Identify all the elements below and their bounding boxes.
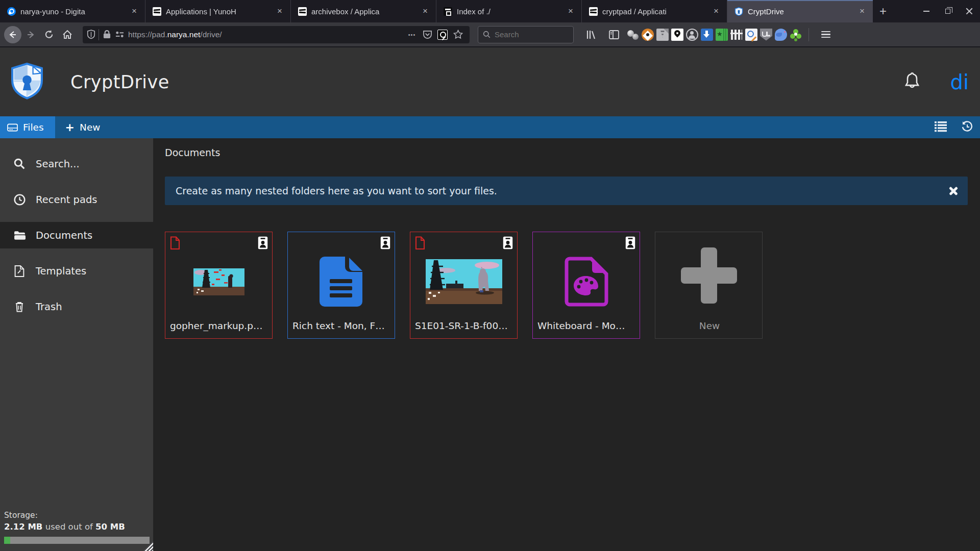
sidebar-item-templates[interactable]: Templates: [0, 258, 153, 284]
tab-cryptpad-app[interactable]: cryptpad / Applicati ×: [582, 0, 727, 22]
tabbar-spacer: [893, 0, 916, 22]
tab-close-icon[interactable]: ×: [565, 6, 576, 17]
sidebar-item-documents[interactable]: Documents: [0, 222, 153, 248]
drive-sidebar: Search... Recent pads Documents Template…: [0, 138, 153, 551]
tab-close-icon[interactable]: ×: [856, 6, 868, 17]
file-tile-s1e01-image[interactable]: S1E01-SR-1-B-f00…: [410, 232, 518, 339]
whiteboard-pad-icon: [565, 257, 608, 307]
tab-index-of[interactable]: Index of ./ ×: [436, 0, 582, 22]
permissions-icon[interactable]: [115, 31, 124, 38]
account-circle-extension-icon[interactable]: [686, 29, 698, 41]
file-name: gopher_markup.p…: [170, 320, 269, 331]
new-label: New: [80, 122, 100, 133]
storage-usage: 2.12 MB used out of 50 MB: [4, 522, 150, 532]
twitter-bird-extension-icon[interactable]: [775, 29, 787, 41]
user-menu[interactable]: di: [950, 72, 969, 92]
ud-shield-extension-icon[interactable]: [760, 29, 772, 41]
browser-tab-bar: narya-yuno - Digita × Applications | Yun…: [0, 0, 980, 22]
sidebar-label: Search...: [36, 158, 80, 170]
browser-navbar: https://pad.narya.net/drive/ •••: [0, 22, 980, 47]
list-view-icon[interactable]: [934, 121, 947, 134]
close-window-button[interactable]: [959, 0, 980, 22]
minimize-icon: [923, 11, 929, 12]
url-text[interactable]: https://pad.narya.net/drive/: [128, 30, 404, 39]
restore-button[interactable]: [937, 0, 959, 22]
tab-archivebox[interactable]: archivebox / Applica ×: [291, 0, 436, 22]
sidebar-item-search[interactable]: Search...: [0, 151, 153, 177]
new-tab-button[interactable]: +: [873, 0, 893, 22]
tab-close-icon[interactable]: ×: [420, 6, 431, 17]
note-search-pencil-extension-icon[interactable]: [745, 29, 757, 41]
download-card-extension-icon[interactable]: [656, 29, 669, 41]
lock-icon: [103, 30, 111, 39]
home-button[interactable]: [58, 26, 77, 44]
search-bar[interactable]: [478, 26, 574, 43]
yunohost-favicon-icon: [589, 7, 598, 16]
fence-extension-icon[interactable]: [730, 29, 743, 41]
tab-title: Applications | YunoH: [166, 7, 270, 16]
storage-meter-fill: [4, 537, 10, 544]
ip-location-pin-extension-icon[interactable]: [671, 29, 683, 41]
files-tab[interactable]: Files: [0, 116, 55, 138]
image-thumbnail: [426, 259, 502, 304]
tab-close-icon[interactable]: ×: [129, 6, 140, 17]
banner-close-icon[interactable]: [948, 186, 959, 196]
folder-heading: Documents: [165, 147, 968, 158]
folder-icon: [13, 231, 26, 240]
back-button[interactable]: [4, 26, 21, 43]
url-bar[interactable]: https://pad.narya.net/drive/ •••: [83, 26, 470, 43]
sidebar-item-trash[interactable]: Trash: [0, 293, 153, 320]
urlbar-divider: [99, 29, 99, 40]
privacy-badger-extension-icon[interactable]: [642, 29, 654, 41]
storage-section: Storage: 2.12 MB used out of 50 MB: [4, 511, 150, 544]
new-file-tile[interactable]: New: [655, 232, 763, 339]
plus-icon: +: [65, 122, 75, 133]
restore-icon: [945, 9, 950, 14]
tab-title: cryptpad / Applicati: [602, 7, 706, 16]
tab-cryptdrive-active[interactable]: CryptDrive ×: [727, 0, 873, 22]
pocket-icon[interactable]: [420, 30, 435, 39]
tracking-protection-shield-icon[interactable]: [87, 30, 95, 39]
search-input[interactable]: [495, 30, 556, 39]
tab-title: Index of ./: [457, 7, 560, 16]
tab-close-icon[interactable]: ×: [274, 6, 285, 17]
file-tile-gopher-markup[interactable]: gopher_markup.p…: [165, 232, 273, 339]
sidebar-toggle-icon[interactable]: [604, 26, 624, 44]
search-icon: [483, 31, 491, 38]
bookmark-star-icon[interactable]: [450, 30, 465, 39]
history-icon[interactable]: [961, 120, 973, 135]
drive-icon: [7, 123, 18, 132]
tab-close-icon[interactable]: ×: [710, 6, 722, 17]
files-grid: gopher_markup.p…: [165, 232, 968, 339]
clock-icon: [13, 194, 26, 206]
files-label: Files: [23, 122, 44, 133]
notifications-bell-icon[interactable]: [903, 71, 921, 93]
sidebar-item-recent-pads[interactable]: Recent pads: [0, 186, 153, 213]
image-thumbnail: [193, 268, 244, 295]
cookie-spheres-extension-icon[interactable]: [627, 29, 639, 41]
reload-button[interactable]: [40, 26, 58, 44]
menu-button[interactable]: [816, 26, 836, 44]
cryptpad-favicon-icon: [734, 7, 743, 16]
minimize-button[interactable]: [916, 0, 937, 22]
library-icon[interactable]: [581, 26, 601, 44]
sidebar-label: Trash: [36, 301, 62, 313]
cryptpad-logo-icon[interactable]: [11, 62, 43, 102]
new-pad-button[interactable]: + New: [55, 116, 111, 138]
page-actions-icon[interactable]: •••: [404, 32, 420, 38]
tab-title: narya-yuno - Digita: [20, 7, 124, 16]
bookmark-star-green-extension-icon[interactable]: [716, 29, 728, 41]
info-banner-text: Create as many nested folders here as yo…: [176, 185, 497, 196]
tab-narya-yuno[interactable]: narya-yuno - Digita ×: [0, 0, 145, 22]
search-extension-icon[interactable]: [435, 30, 450, 40]
download-arrow-extension-icon[interactable]: [701, 29, 713, 41]
tab-applications-yunohost[interactable]: Applications | YunoH ×: [145, 0, 291, 22]
richtext-pad-icon: [320, 257, 363, 307]
forward-button[interactable]: [21, 26, 40, 44]
file-tile-rich-text[interactable]: Rich text - Mon, F…: [287, 232, 395, 339]
digitalocean-favicon-icon: [7, 7, 16, 16]
search-icon: [13, 158, 26, 169]
file-tile-whiteboard[interactable]: Whiteboard - Mo…: [532, 232, 640, 339]
green-flower-extension-icon[interactable]: [790, 29, 802, 41]
cryptdrive-page: CryptDrive di Files + New: [0, 47, 980, 551]
